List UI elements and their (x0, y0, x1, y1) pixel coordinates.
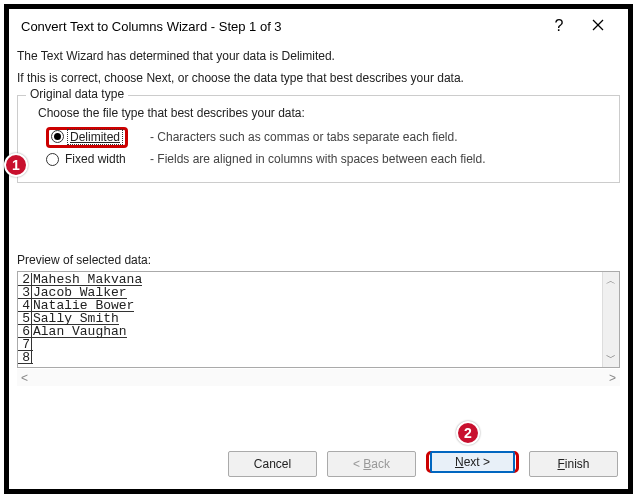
scroll-up-icon: ︿ (606, 272, 616, 290)
titlebar: Convert Text to Columns Wizard - Step 1 … (9, 9, 628, 43)
radio-delimited-desc: - Characters such as commas or tabs sepa… (150, 130, 457, 144)
close-button[interactable] (578, 18, 618, 34)
preview-row: 6Alan Vaughan (18, 325, 602, 338)
horizontal-scrollbar[interactable]: < > (17, 369, 620, 386)
radio-delimited[interactable]: Delimited (46, 127, 128, 148)
radio-row-delimited: Delimited - Characters such as commas or… (46, 126, 609, 148)
radio-fixed-label: Fixed width (63, 151, 135, 167)
scroll-right-icon: > (609, 371, 616, 385)
radio-fixed-desc: - Fields are aligned in columns with spa… (150, 152, 486, 166)
radio-delimited-label: Delimited (68, 130, 122, 144)
next-button[interactable]: Next > (430, 451, 515, 473)
annotation-badge-2: 2 (456, 421, 480, 445)
scroll-left-icon: < (21, 371, 28, 385)
cancel-button[interactable]: Cancel (228, 451, 317, 477)
window-title: Convert Text to Columns Wizard - Step 1 … (21, 19, 540, 34)
scroll-down-icon: ﹀ (606, 349, 616, 367)
preview-label: Preview of selected data: (17, 253, 620, 267)
preview-row: 8 (18, 351, 602, 364)
original-data-type-group: Original data type Choose the file type … (17, 95, 620, 183)
preview-rows: 2Mahesh Makvana 3Jacob Walker 4Natalie B… (18, 272, 602, 367)
finish-button[interactable]: Finish (529, 451, 618, 477)
vertical-scrollbar[interactable]: ︿ ﹀ (602, 272, 619, 367)
help-button[interactable]: ? (540, 17, 578, 35)
dialog-window: Convert Text to Columns Wizard - Step 1 … (9, 9, 628, 489)
radio-icon (51, 130, 64, 143)
close-icon (592, 19, 604, 31)
preview-box: 2Mahesh Makvana 3Jacob Walker 4Natalie B… (17, 271, 620, 368)
intro-text-2: If this is correct, choose Next, or choo… (17, 71, 620, 85)
next-button-highlight: Next > (426, 451, 519, 473)
choose-label: Choose the file type that best describes… (38, 106, 609, 120)
radio-fixed-width[interactable]: Fixed width - Fields are aligned in colu… (46, 148, 609, 170)
intro-text-1: The Text Wizard has determined that your… (17, 49, 620, 63)
radio-icon (46, 153, 59, 166)
annotation-badge-1: 1 (4, 153, 28, 177)
preview-row: 7 (18, 338, 602, 351)
dialog-content: The Text Wizard has determined that your… (9, 43, 628, 439)
back-button[interactable]: < Back (327, 451, 416, 477)
button-bar: Cancel < Back 2 Next > Finish (9, 439, 628, 489)
group-legend: Original data type (26, 87, 128, 101)
